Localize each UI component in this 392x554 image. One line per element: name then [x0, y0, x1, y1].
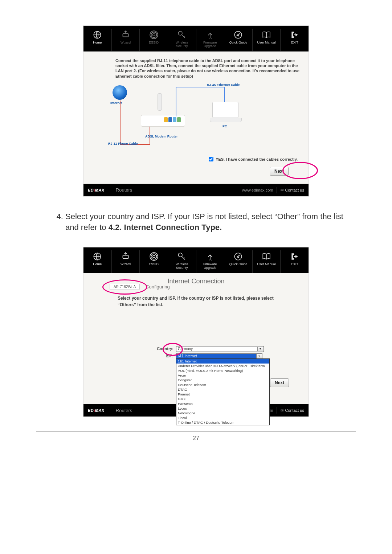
next-button[interactable]: Next — [270, 167, 289, 176]
brand-logo: EDiMAX — [88, 408, 105, 413]
label: Wizard — [121, 41, 131, 44]
isp-option[interactable]: Congster — [176, 378, 269, 382]
label: EXIT — [291, 41, 298, 44]
nav-user-manual[interactable]: User Manual — [253, 250, 281, 273]
svg-point-10 — [151, 254, 156, 259]
compass-icon — [233, 30, 243, 40]
cables-connected-checkbox[interactable] — [209, 157, 213, 161]
label: FirmwareUpgrade — [203, 262, 217, 270]
nav-wizard[interactable]: Wizard — [112, 250, 140, 273]
label: Wizard — [121, 262, 131, 266]
svg-point-6 — [235, 31, 242, 38]
router-graphic — [141, 93, 184, 126]
page-number: 27 — [36, 431, 356, 442]
globe-icon — [93, 252, 102, 261]
contact-us-link[interactable]: Contact us — [281, 408, 304, 413]
label: ESSID — [149, 262, 159, 266]
pc-label: PC — [222, 124, 227, 128]
label: EXIT — [291, 262, 298, 266]
label: Home — [93, 262, 102, 266]
brand-logo: EDiMAX — [88, 188, 105, 192]
laptop-graphic — [210, 102, 241, 122]
rj11-label: RJ-11 Phone Cable — [108, 142, 138, 145]
internet-globe-icon — [113, 85, 127, 100]
country-select[interactable]: Germany ▾ — [176, 346, 264, 352]
step-4-text: Select your country and ISP. If your ISP… — [65, 211, 345, 233]
nav-home[interactable]: Home — [83, 29, 112, 51]
nav-essid[interactable]: ESSID — [140, 29, 168, 51]
cables-connected-label: YES, I have connected the cables correct… — [216, 157, 298, 161]
antenna-icon — [149, 252, 159, 261]
book-icon — [262, 252, 271, 261]
globe-icon — [93, 30, 102, 40]
label: Home — [93, 41, 102, 44]
upgrade-icon — [205, 252, 215, 261]
antenna-icon — [149, 30, 159, 40]
label: WirelessSecurity — [176, 262, 188, 270]
svg-point-2 — [152, 34, 155, 36]
footer-url[interactable]: www.edimax.com — [242, 188, 273, 192]
isp-option[interactable]: Lycos — [176, 406, 269, 411]
label: FirmwareUpgrade — [203, 41, 217, 48]
wizard-icon — [121, 252, 130, 261]
isp-option[interactable]: Tiscali — [176, 415, 269, 420]
footer-bar: EDiMAX Routers www.edimax.com Contact us — [83, 184, 309, 196]
svg-point-5 — [178, 31, 182, 35]
nav-firmware-upgrade[interactable]: FirmwareUpgrade — [196, 29, 225, 51]
nav-essid[interactable]: ESSID — [140, 250, 168, 273]
isp-hint-text: Select your country and ISP. If the coun… — [92, 290, 300, 312]
key-icon — [177, 30, 187, 40]
exit-icon — [290, 30, 299, 40]
book-icon — [262, 30, 271, 40]
label: WirelessSecurity — [176, 41, 188, 48]
chevron-down-icon: ▾ — [256, 354, 262, 359]
isp-option[interactable]: Netcologne — [176, 411, 269, 415]
chevron-down-icon: ▾ — [257, 347, 263, 351]
isp-option[interactable]: Anderer Provider uber DFU-Netzwerk (PPPo… — [176, 364, 269, 368]
instruction-text: Connect the supplied RJ-11 telephone cab… — [115, 58, 300, 79]
internet-label: Internet — [110, 101, 122, 105]
svg-point-12 — [178, 253, 182, 257]
nav-wireless-security[interactable]: WirelessSecurity — [168, 250, 196, 273]
rj45-label: RJ-45 Ethernet Cable — [207, 83, 240, 87]
contact-us-link[interactable]: Contact us — [281, 188, 304, 192]
nav-quick-guide[interactable]: Quick Guide — [224, 29, 253, 51]
label: Quick Guide — [229, 262, 248, 266]
isp-option[interactable]: GMX — [176, 397, 269, 401]
nav-user-manual[interactable]: User Manual — [253, 29, 281, 51]
configuring-label: Configuring — [146, 284, 170, 290]
isp-option[interactable]: Deutsche Telecom — [176, 382, 269, 387]
exit-icon — [290, 252, 299, 261]
isp-option[interactable]: T-Online / DTAG / Deutsche Telecom — [176, 420, 269, 425]
nav-wizard[interactable]: Wizard — [112, 29, 140, 51]
nav-home[interactable]: Home — [83, 250, 112, 273]
top-nav: Home Wizard ESSID WirelessSecurity — [83, 247, 309, 273]
country-label: Country: — [137, 346, 173, 351]
svg-rect-1 — [123, 34, 128, 37]
next-button[interactable]: Next — [270, 378, 289, 387]
isp-option[interactable]: Arcor — [176, 373, 269, 378]
model-name: AR-7182WnA — [110, 284, 140, 290]
svg-point-3 — [151, 32, 156, 37]
nav-wireless-security[interactable]: WirelessSecurity — [168, 29, 196, 51]
isp-option[interactable]: Freenet — [176, 392, 269, 397]
connection-diagram: Internet RJ-11 Phone Cable — [108, 80, 300, 149]
top-nav: Home Wizard ESSID WirelessSecurity — [83, 26, 309, 52]
nav-quick-guide[interactable]: Quick Guide — [224, 250, 253, 273]
isp-option[interactable]: 1&1 Internet — [176, 359, 269, 364]
isp-option[interactable]: Hansenet — [176, 401, 269, 406]
label: Quick Guide — [229, 41, 248, 44]
isp-select-value: 1&1 Internet — [176, 354, 256, 359]
nav-firmware-upgrade[interactable]: FirmwareUpgrade — [196, 250, 225, 273]
svg-point-13 — [235, 253, 242, 260]
upgrade-icon — [205, 30, 215, 40]
isp-option[interactable]: AOL (mind. AOL8.0 mit Home-Networking) — [176, 368, 269, 373]
nav-exit[interactable]: EXIT — [281, 250, 309, 273]
footer-category: Routers — [116, 187, 132, 193]
nav-exit[interactable]: EXIT — [281, 29, 309, 51]
country-select-value: Germany — [177, 347, 257, 351]
footer-category: Routers — [116, 408, 132, 413]
isp-option[interactable]: DTAG — [176, 387, 269, 392]
isp-dropdown-list: 1&1 InternetAnderer Provider uber DFU-Ne… — [176, 358, 270, 425]
router-label: ADSL Modem Router — [145, 135, 178, 138]
